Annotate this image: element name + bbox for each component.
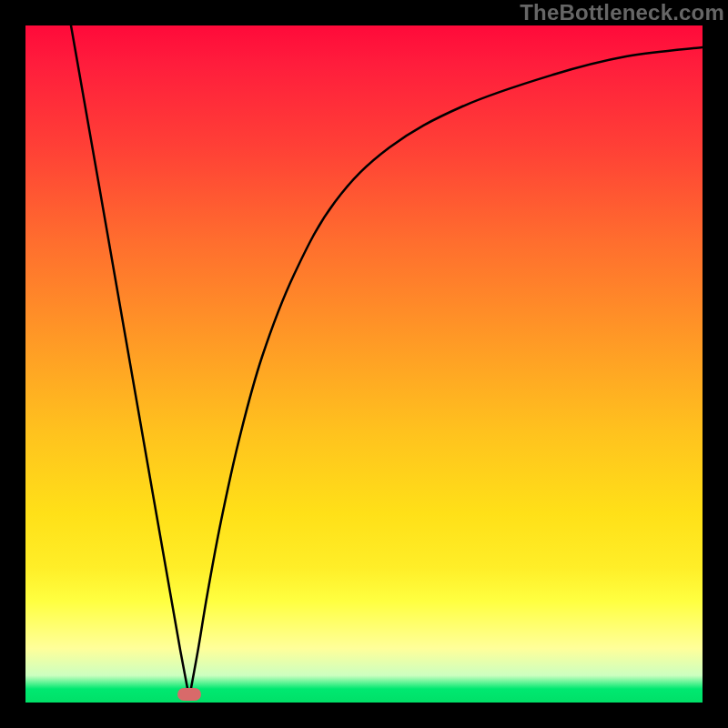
curve-left-branch [71, 25, 189, 698]
watermark-text: TheBottleneck.com [520, 0, 724, 25]
optimal-marker [177, 688, 201, 701]
plot-area [25, 25, 703, 703]
bottleneck-curve [25, 25, 703, 703]
curve-right-branch [189, 47, 703, 698]
plot-frame [25, 25, 703, 703]
